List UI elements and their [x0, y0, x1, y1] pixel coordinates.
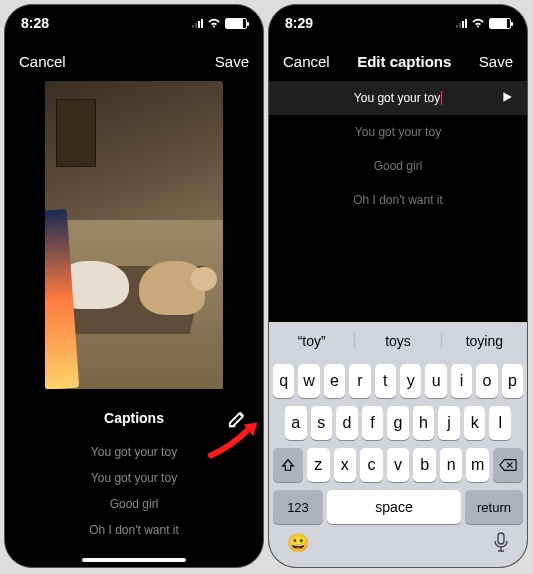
key-a[interactable]: a — [285, 406, 307, 440]
cellular-icon — [192, 19, 203, 28]
caption-line[interactable]: Oh I don't want it — [89, 523, 179, 537]
nav-bar: Cancel Edit captions Save — [269, 41, 527, 81]
key-v[interactable]: v — [387, 448, 410, 482]
key-p[interactable]: p — [502, 364, 523, 398]
key-s[interactable]: s — [311, 406, 333, 440]
shift-key[interactable] — [273, 448, 303, 482]
edit-captions-button[interactable] — [227, 407, 249, 429]
home-indicator[interactable] — [82, 558, 186, 562]
keyboard: “toy” toys toying q w e r t y u i o p a … — [269, 322, 527, 567]
key-w[interactable]: w — [298, 364, 319, 398]
backspace-key[interactable] — [493, 448, 523, 482]
caption-line[interactable]: You got your toy — [91, 471, 177, 485]
key-i[interactable]: i — [451, 364, 472, 398]
battery-icon — [489, 18, 511, 29]
key-x[interactable]: x — [334, 448, 357, 482]
caption-text: Oh I don't want it — [353, 193, 443, 207]
caption-text: You got your toy — [354, 91, 440, 105]
captions-list: You got your toy You got your toy Good g… — [5, 439, 263, 549]
caption-text: Good girl — [374, 159, 423, 173]
key-e[interactable]: e — [324, 364, 345, 398]
key-m[interactable]: m — [466, 448, 489, 482]
cellular-icon — [456, 19, 467, 28]
suggestion[interactable]: toying — [442, 333, 527, 349]
caption-row[interactable]: Oh I don't want it — [269, 183, 527, 217]
caption-row-selected[interactable]: You got your toy — [269, 81, 527, 115]
key-k[interactable]: k — [464, 406, 486, 440]
captions-heading-row: Captions — [5, 397, 263, 439]
key-z[interactable]: z — [307, 448, 330, 482]
wifi-icon — [207, 18, 221, 28]
caption-editor-list: You got your toy You got your toy Good g… — [269, 81, 527, 217]
video-preview[interactable] — [45, 81, 223, 389]
suggestion[interactable]: “toy” — [269, 333, 355, 349]
phone-captions-preview: 8:28 Cancel Save Captions — [4, 4, 264, 568]
save-button[interactable]: Save — [479, 53, 513, 70]
key-row-4: 123 space return — [269, 486, 527, 528]
key-row-1: q w e r t y u i o p — [269, 360, 527, 402]
mic-icon — [493, 532, 509, 552]
wifi-icon — [471, 18, 485, 28]
caption-row[interactable]: Good girl — [269, 149, 527, 183]
suggestion[interactable]: toys — [355, 333, 441, 349]
status-bar: 8:28 — [5, 5, 263, 41]
caption-line[interactable]: Good girl — [110, 497, 159, 511]
caption-line[interactable]: You got your toy — [91, 445, 177, 459]
play-icon[interactable] — [501, 91, 513, 106]
svg-rect-0 — [498, 533, 504, 544]
shift-icon — [281, 458, 295, 472]
backspace-icon — [499, 458, 517, 472]
cancel-button[interactable]: Cancel — [19, 53, 66, 70]
key-b[interactable]: b — [413, 448, 436, 482]
status-indicators — [456, 18, 511, 29]
keyboard-bottom-row: 😀 — [269, 528, 527, 567]
numbers-key[interactable]: 123 — [273, 490, 323, 524]
key-o[interactable]: o — [476, 364, 497, 398]
return-key[interactable]: return — [465, 490, 523, 524]
key-u[interactable]: u — [425, 364, 446, 398]
key-row-3: z x c v b n m — [269, 444, 527, 486]
key-h[interactable]: h — [413, 406, 435, 440]
key-n[interactable]: n — [440, 448, 463, 482]
battery-icon — [225, 18, 247, 29]
key-j[interactable]: j — [438, 406, 460, 440]
caption-row[interactable]: You got your toy — [269, 115, 527, 149]
text-cursor — [441, 91, 442, 105]
key-l[interactable]: l — [489, 406, 511, 440]
save-button[interactable]: Save — [215, 53, 249, 70]
key-c[interactable]: c — [360, 448, 383, 482]
status-time: 8:29 — [285, 15, 313, 31]
key-g[interactable]: g — [387, 406, 409, 440]
key-f[interactable]: f — [362, 406, 384, 440]
status-bar: 8:29 — [269, 5, 527, 41]
caption-text: You got your toy — [355, 125, 441, 139]
key-r[interactable]: r — [349, 364, 370, 398]
key-row-2: a s d f g h j k l — [269, 402, 527, 444]
status-indicators — [192, 18, 247, 29]
cancel-button[interactable]: Cancel — [283, 53, 330, 70]
pencil-icon — [227, 407, 249, 429]
key-t[interactable]: t — [375, 364, 396, 398]
space-key[interactable]: space — [327, 490, 461, 524]
emoji-key[interactable]: 😀 — [287, 532, 309, 557]
status-time: 8:28 — [21, 15, 49, 31]
page-title: Edit captions — [357, 53, 451, 70]
captions-heading: Captions — [104, 410, 164, 426]
nav-bar: Cancel Save — [5, 41, 263, 81]
dictation-key[interactable] — [493, 532, 509, 557]
phone-edit-captions: 8:29 Cancel Edit captions Save You got y… — [268, 4, 528, 568]
keyboard-suggestions: “toy” toys toying — [269, 322, 527, 360]
key-q[interactable]: q — [273, 364, 294, 398]
key-d[interactable]: d — [336, 406, 358, 440]
key-y[interactable]: y — [400, 364, 421, 398]
